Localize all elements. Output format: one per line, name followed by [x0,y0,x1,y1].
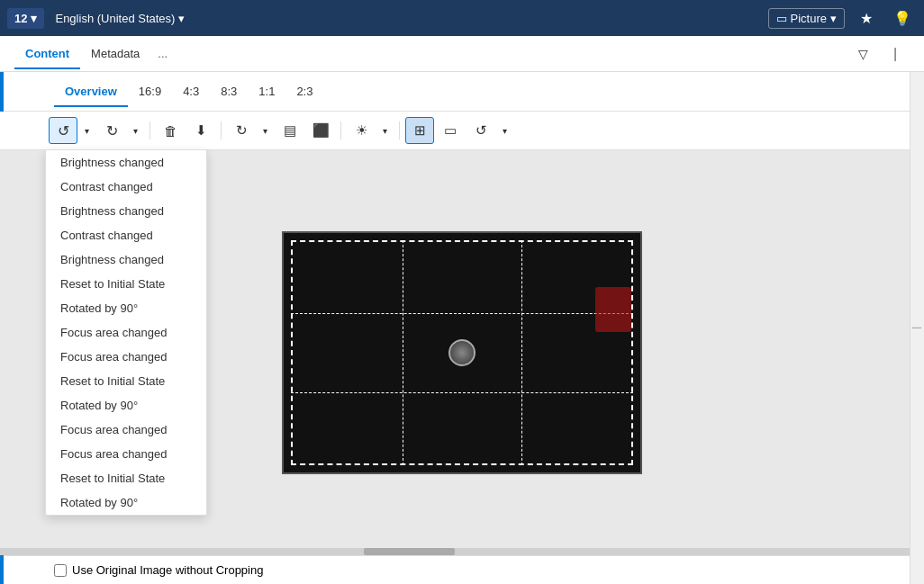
brightness-group: ☀ ▾ [347,117,394,144]
aspect-tab-overview[interactable]: Overview [54,76,128,107]
picture-button[interactable]: ▭ Picture ▾ [768,8,845,29]
top-bar-left: 12 ▾ English (United States) ▾ [7,8,192,29]
dropdown-item-9[interactable]: Reset to Initial State [46,369,206,393]
redo-group: ↻ ▾ [97,117,144,144]
transform-group: ↻ ▾ [227,117,274,144]
rotate-dropdown-button[interactable]: ▾ [495,117,513,144]
dropdown-item-7[interactable]: Focus area changed [46,320,206,345]
redo-button[interactable]: ↻ [97,117,126,144]
toolbar: ↺ ▾ ↻ ▾ 🗑 ⬇ ↻ ▾ ▤ ⬛ ☀ ▾ ⊞ ▭ ↺ ▾ Brightn [0,112,924,150]
grid-line-v2 [521,240,522,465]
crop-button[interactable]: ⬛ [306,117,335,144]
sep3 [340,121,341,139]
picture-dropdown-icon: ▾ [830,12,837,25]
language-label: English (United States) [55,12,175,25]
dropdown-item-14[interactable]: Rotated by 90° [46,490,206,515]
dropdown-item-2[interactable]: Brightness changed [46,199,206,223]
app-number: 12 [14,12,27,25]
right-panel-handle[interactable]: | [910,72,924,584]
dropdown-item-3[interactable]: Contrast changed [46,223,206,247]
dropdown-item-8[interactable]: Focus area changed [46,345,206,369]
original-image-checkbox[interactable] [54,564,67,577]
nav-right-icons: ▽ | [848,40,910,67]
brightness-button[interactable]: ☀ [347,117,376,144]
filter-dropdown-button[interactable]: ▽ [848,40,877,67]
sep2 [221,121,222,139]
red-highlight-area [595,287,631,332]
top-bar: 12 ▾ English (United States) ▾ ▭ Picture… [0,0,924,36]
strip-button[interactable]: ▤ [276,117,304,144]
aspect-tab-16-9[interactable]: 16:9 [128,76,172,107]
aspect-tabs: Overview 16:9 4:3 8:3 1:1 2:3 [0,72,924,112]
dropdown-item-13[interactable]: Reset to Initial State [46,466,206,490]
transform-button[interactable]: ↻ [227,117,256,144]
image-container[interactable] [282,231,642,474]
sep1 [149,121,150,139]
app-dropdown-icon[interactable]: ▾ [31,12,37,25]
undo-dropdown-button[interactable]: ▾ [77,117,95,144]
original-image-label: Use Original Image without Cropping [72,563,263,577]
nav-more-button[interactable]: ... [150,41,175,66]
redo-dropdown-button[interactable]: ▾ [126,117,144,144]
favorite-button[interactable]: ★ [852,4,881,31]
dropdown-item-10[interactable]: Rotated by 90° [46,393,206,418]
nav-panel-toggle[interactable]: | [881,40,910,67]
language-dropdown-icon: ▾ [178,12,185,25]
bottom-bar: Use Original Image without Cropping [0,555,924,584]
undo-group: ↺ ▾ [49,117,95,144]
transform-dropdown-button[interactable]: ▾ [256,117,274,144]
focus-circle[interactable] [448,339,476,366]
language-selector[interactable]: English (United States) ▾ [48,8,192,29]
aspect-tab-4-3[interactable]: 4:3 [172,76,210,107]
scrollbar-thumb[interactable] [364,548,455,555]
frame-button[interactable]: ▭ [436,117,465,144]
rotate-button[interactable]: ↺ [467,117,495,144]
brightness-dropdown-button[interactable]: ▾ [376,117,394,144]
dropdown-item-11[interactable]: Focus area changed [46,418,206,442]
tab-metadata[interactable]: Metadata [80,38,150,69]
download-button[interactable]: ⬇ [186,117,215,144]
help-button[interactable]: 💡 [888,4,917,31]
delete-button[interactable]: 🗑 [156,117,185,144]
picture-icon: ▭ [776,12,787,25]
nav-bar: Content Metadata ... ▽ | [0,36,924,72]
dropdown-item-12[interactable]: Focus area changed [46,442,206,466]
dropdown-item-0[interactable]: Brightness changed [46,150,206,175]
dropdown-item-1[interactable]: Contrast changed [46,175,206,199]
aspect-tab-1-1[interactable]: 1:1 [248,76,285,107]
grid-button[interactable]: ⊞ [405,117,434,144]
grid-line-h2 [291,392,633,393]
rotate-group: ↺ ▾ [467,117,513,144]
horizontal-scrollbar[interactable] [0,548,910,555]
original-image-checkbox-wrapper: Use Original Image without Cropping [54,563,263,577]
dropdown-item-4[interactable]: Brightness changed [46,247,206,272]
picture-label: Picture [791,12,827,25]
content-area: Overview 16:9 4:3 8:3 1:1 2:3 ↺ ▾ ↻ ▾ 🗑 … [0,72,924,584]
aspect-tab-8-3[interactable]: 8:3 [210,76,248,107]
dropdown-item-6[interactable]: Rotated by 90° [46,296,206,320]
undo-button[interactable]: ↺ [49,117,77,144]
dropdown-item-5[interactable]: Reset to Initial State [46,272,206,296]
tab-content[interactable]: Content [14,38,80,69]
undo-dropdown-menu: Brightness changed Contrast changed Brig… [45,149,207,516]
grid-line-h1 [291,313,633,314]
top-bar-right: ▭ Picture ▾ ★ 💡 [768,4,917,31]
filter-icon: ▽ [858,47,868,61]
sep4 [399,121,400,139]
app-switcher[interactable]: 12 ▾ [7,8,44,29]
aspect-tab-2-3[interactable]: 2:3 [285,76,323,107]
panel-handle-icon: | [912,327,922,329]
grid-line-v1 [403,240,403,465]
